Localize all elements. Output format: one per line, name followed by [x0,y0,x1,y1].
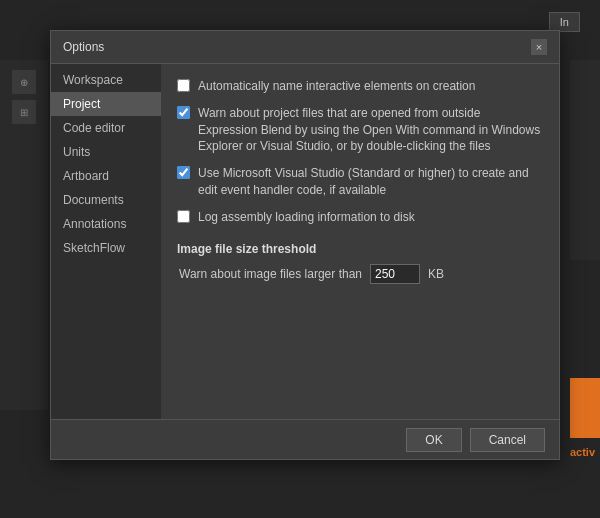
auto-name-label: Automatically name interactive elements … [198,78,475,95]
dialog-titlebar: Options × [51,31,559,64]
threshold-row: Warn about image files larger than KB [177,264,543,284]
sidebar-item-artboard[interactable]: Artboard [51,164,161,188]
warn-outside-label: Warn about project files that are opened… [198,105,543,155]
toolbar-icon-1[interactable]: ⊕ [12,70,36,94]
auto-name-checkbox[interactable] [177,79,190,92]
log-assembly-checkbox[interactable] [177,210,190,223]
cancel-button[interactable]: Cancel [470,428,545,452]
threshold-unit: KB [428,267,444,281]
orange-accent [570,378,600,438]
options-dialog: Options × Workspace Project Code editor … [50,30,560,460]
top-bar-button[interactable]: In [549,12,580,32]
ok-button[interactable]: OK [406,428,461,452]
use-vs-checkbox[interactable] [177,166,190,179]
checkbox-row-2: Warn about project files that are opened… [177,105,543,155]
image-threshold-section-title: Image file size threshold [177,242,543,256]
right-panel [570,60,600,260]
sidebar-item-documents[interactable]: Documents [51,188,161,212]
log-assembly-label: Log assembly loading information to disk [198,209,415,226]
checkbox-row-3: Use Microsoft Visual Studio (Standard or… [177,165,543,199]
sidebar-item-project[interactable]: Project [51,92,161,116]
content-area: Automatically name interactive elements … [161,64,559,422]
threshold-label: Warn about image files larger than [179,267,362,281]
close-button[interactable]: × [531,39,547,55]
sidebar-item-sketchflow[interactable]: SketchFlow [51,236,161,260]
active-label: activ [570,446,595,458]
dialog-title: Options [63,40,104,54]
sidebar-item-units[interactable]: Units [51,140,161,164]
sidebar-item-workspace[interactable]: Workspace [51,68,161,92]
use-vs-label: Use Microsoft Visual Studio (Standard or… [198,165,543,199]
sidebar-item-annotations[interactable]: Annotations [51,212,161,236]
checkbox-row-1: Automatically name interactive elements … [177,78,543,95]
left-toolbar: ⊕ ⊞ [0,60,48,410]
dialog-footer: OK Cancel [51,419,559,459]
warn-outside-checkbox[interactable] [177,106,190,119]
sidebar-item-code-editor[interactable]: Code editor [51,116,161,140]
toolbar-icon-2[interactable]: ⊞ [12,100,36,124]
sidebar: Workspace Project Code editor Units Artb… [51,64,161,422]
dialog-body: Workspace Project Code editor Units Artb… [51,64,559,422]
checkbox-row-4: Log assembly loading information to disk [177,209,543,226]
threshold-input[interactable] [370,264,420,284]
